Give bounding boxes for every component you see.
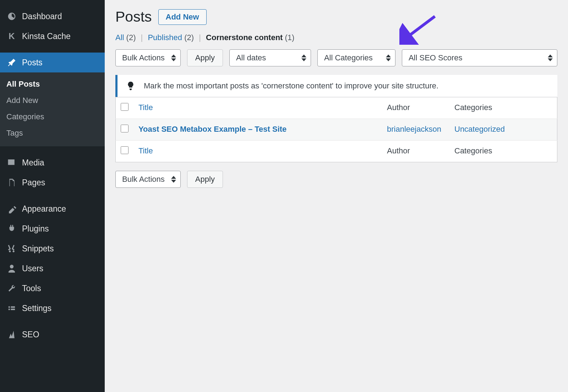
add-new-button[interactable]: Add New [158, 9, 207, 25]
dates-select[interactable]: All dates [229, 49, 311, 66]
apply-button[interactable]: Apply [187, 49, 223, 66]
sidebar-item-settings[interactable]: Settings [0, 298, 105, 318]
submenu-categories[interactable]: Categories [0, 109, 105, 125]
posts-submenu: All Posts Add New Categories Tags [0, 72, 105, 146]
select-all-footer-checkbox[interactable] [121, 146, 129, 154]
page-title: Posts [115, 9, 152, 25]
submenu-all-posts[interactable]: All Posts [0, 76, 105, 92]
row-checkbox[interactable] [121, 125, 129, 132]
sidebar-label: Pages [22, 178, 45, 187]
pin-icon [6, 57, 17, 68]
filter-all[interactable]: All [115, 33, 124, 42]
sidebar-label: Dashboard [22, 12, 62, 21]
select-arrows-icon [171, 176, 176, 183]
sidebar-label: Settings [22, 304, 51, 313]
appearance-icon [6, 203, 17, 214]
tools-icon [6, 283, 17, 294]
table-header-row: Title Author Categories [116, 97, 557, 119]
media-icon [6, 157, 17, 168]
pages-icon [6, 177, 17, 188]
sidebar-label: Tools [22, 284, 41, 293]
sidebar-item-kinsta-cache[interactable]: K Kinsta Cache [0, 26, 105, 46]
sidebar-label: SEO [22, 330, 39, 339]
filter-all-count: (2) [126, 33, 136, 42]
column-categories: Categories [454, 103, 492, 112]
main-content: Posts Add New All (2) | Published (2) | … [105, 0, 568, 392]
categories-select[interactable]: All Categories [317, 49, 395, 66]
seo-icon [6, 329, 17, 340]
bulk-actions-value-bottom: Bulk Actions [122, 175, 165, 184]
select-arrows-icon [301, 55, 306, 61]
seo-scores-select[interactable]: All SEO Scores [402, 49, 557, 66]
filter-published[interactable]: Published [148, 33, 182, 42]
sidebar-label: Users [22, 264, 43, 273]
filter-published-count: (2) [184, 33, 194, 42]
notice-text: Mark the most important posts as 'corner… [144, 81, 438, 91]
submenu-tags[interactable]: Tags [0, 125, 105, 141]
submenu-add-new[interactable]: Add New [0, 92, 105, 109]
snippets-icon [6, 243, 17, 254]
seo-scores-value: All SEO Scores [409, 53, 463, 62]
column-title[interactable]: Title [138, 103, 153, 112]
post-author-link[interactable]: brianleejackson [387, 125, 441, 134]
sidebar-label: Appearance [22, 204, 66, 214]
users-icon [6, 263, 17, 274]
categories-value: All Categories [324, 53, 373, 62]
lightbulb-icon [125, 81, 136, 91]
sidebar-label: Media [22, 158, 44, 168]
sidebar-item-posts[interactable]: Posts [0, 53, 105, 72]
sidebar-label: Snippets [22, 244, 54, 254]
settings-icon [6, 303, 17, 314]
select-all-checkbox[interactable] [121, 103, 129, 111]
table-footer-row: Title Author Categories [116, 141, 557, 162]
post-category-link[interactable]: Uncategorized [454, 125, 505, 134]
kinsta-icon: K [6, 31, 17, 42]
sidebar-item-media[interactable]: Media [0, 153, 105, 173]
sidebar-label: Kinsta Cache [22, 32, 71, 41]
post-title-link[interactable]: Yoast SEO Metabox Example – Test Site [138, 125, 286, 134]
filter-cornerstone-count: (1) [285, 33, 295, 42]
sidebar-item-dashboard[interactable]: Dashboard [0, 6, 105, 26]
sidebar-label: Plugins [22, 224, 49, 234]
bulk-actions-select-bottom[interactable]: Bulk Actions [115, 171, 181, 188]
sidebar-item-users[interactable]: Users [0, 258, 105, 278]
admin-sidebar: Dashboard K Kinsta Cache Posts All Posts… [0, 0, 105, 392]
post-status-filters: All (2) | Published (2) | Cornerstone co… [115, 33, 557, 42]
plugins-icon [6, 223, 17, 234]
bulk-actions-select[interactable]: Bulk Actions [115, 49, 181, 66]
sidebar-item-seo[interactable]: SEO [0, 325, 105, 344]
sidebar-item-tools[interactable]: Tools [0, 278, 105, 298]
sidebar-item-snippets[interactable]: Snippets [0, 239, 105, 258]
sidebar-item-pages[interactable]: Pages [0, 173, 105, 192]
column-categories-footer: Categories [454, 146, 492, 155]
column-author-footer: Author [387, 146, 410, 155]
table-row: Yoast SEO Metabox Example – Test Site br… [116, 119, 557, 141]
dates-value: All dates [236, 53, 266, 62]
sidebar-item-appearance[interactable]: Appearance [0, 199, 105, 219]
select-arrows-icon [171, 55, 176, 61]
column-title-footer[interactable]: Title [138, 146, 153, 155]
column-author: Author [387, 103, 410, 112]
dashboard-icon [6, 11, 17, 22]
select-arrows-icon [548, 55, 553, 61]
filter-cornerstone[interactable]: Cornerstone content [206, 33, 283, 42]
select-arrows-icon [386, 55, 391, 61]
posts-table: Title Author Categories Yoast SEO Metabo… [115, 97, 557, 162]
apply-button-bottom[interactable]: Apply [187, 171, 223, 188]
sidebar-item-plugins[interactable]: Plugins [0, 219, 105, 239]
cornerstone-notice: Mark the most important posts as 'corner… [115, 75, 557, 97]
sidebar-label: Posts [22, 58, 43, 67]
bulk-actions-value: Bulk Actions [122, 53, 165, 62]
